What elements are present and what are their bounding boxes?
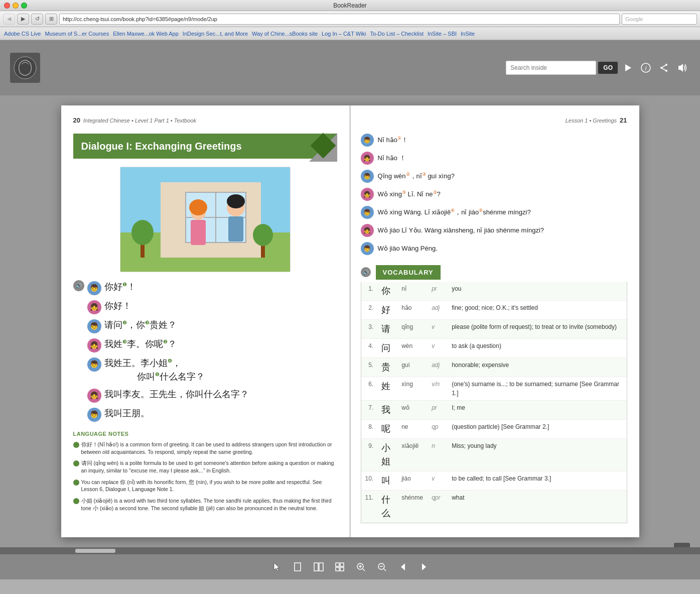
svg-marker-40 [401,563,405,570]
vocab-pinyin-9: xiǎojiě [397,439,428,471]
vocab-row-11: 11. 什么 shénme qpr what [361,491,627,523]
home-button[interactable]: ⊞ [45,14,57,25]
note-3: You can replace 你 (nǐ) with its honorifi… [73,479,337,493]
svg-rect-29 [336,563,339,566]
bookmark-way[interactable]: Way of Chine...sBooks site [252,31,318,37]
bookmark-ellen[interactable]: Ellen Maxwe...ok Web App [113,31,179,37]
rd-avatar-boy-2: 👦 [361,170,374,183]
dialogue-text-6: 我叫李友。王先生，你叫什么名字？ [104,388,249,401]
grid-view-button[interactable] [332,559,348,575]
vocab-num-9: 9. [361,439,378,471]
window-title: BookReader [333,2,367,9]
two-page-button[interactable] [311,559,327,575]
maximize-btn[interactable] [21,3,27,9]
nav-search-field[interactable]: Google [622,14,697,25]
vocab-pinyin-11: shénme [397,491,428,523]
book-area: 20 Integrated Chinese • Level 1 Part 1 •… [0,95,700,547]
pointer-tool-button[interactable] [268,559,285,575]
prev-page-button[interactable] [395,559,411,575]
bookmark-insite[interactable]: InSite [461,31,475,37]
svg-text:i: i [645,65,647,72]
dialogue-text-7: 我叫王朋。 [104,407,150,420]
single-page-button[interactable] [290,559,306,575]
vocab-def-6: (one's) surname is...; to be surnamed; s… [448,377,626,401]
bookmark-todo[interactable]: To-Do List – Checklist [370,31,424,37]
svg-marker-41 [422,563,426,570]
vocab-def-1: you [448,282,626,301]
page-right: Lesson 1 • Greetings 21 👦 Nǐ hǎo①！ 👧 Nǐ … [351,105,639,537]
vocab-char-10: 叫 [377,471,397,491]
svg-rect-17 [228,216,243,242]
vocab-pinyin-4: wèn [397,339,428,358]
next-page-button[interactable] [416,559,432,575]
svg-point-23 [131,220,154,245]
search-inside-input[interactable] [506,61,596,75]
reload-button[interactable]: ↺ [31,14,43,25]
vocab-num-2: 2. [361,301,378,320]
play-button[interactable] [620,60,636,76]
zoom-out-button[interactable] [374,559,390,575]
rd-avatar-girl-2: 👧 [361,188,374,201]
book-illustration [120,167,291,272]
page-num-left: 20 [73,115,80,126]
scroll-thumb[interactable] [75,549,115,553]
app-header: GO i [0,40,700,95]
vocab-def-9: Miss; young lady [448,439,626,471]
bookmark-login[interactable]: Log In – C&T Wiki [322,31,366,37]
rd-avatar-girl-1: 👧 [361,152,374,165]
vocab-num-4: 4. [361,339,378,358]
go-button[interactable]: GO [598,62,618,74]
vocab-pinyin-1: nǐ [397,282,428,301]
vocab-pos-2: adj [428,301,448,320]
bookmark-adobe[interactable]: Adobe CS Live [4,31,41,37]
dialogue-text-5: 我姓王。李小姐❹， 你叫❺什么名字？ [104,357,205,384]
vocab-row-9: 9. 小姐 xiǎojiě n Miss; young lady [361,439,627,471]
vocab-row-2: 2. 好 hǎo adj fine; good; nice; O.K.; it'… [361,301,627,320]
zoom-in-button[interactable] [353,559,369,575]
lesson-label: Lesson 1 • Greetings [566,116,617,125]
rd-line-6: 👧 Wǒ jiào Lǐ Yǒu. Wáng xiānsheng, nǐ jià… [361,224,627,237]
bottom-toolbar [0,554,700,579]
svg-point-18 [227,194,245,208]
page-left: 20 Integrated Chinese • Level 1 Part 1 •… [61,105,350,537]
vocabulary-section: 🔊 VOCABULARY 1. 你 nǐ pr you 2. 好 hǎo adj… [361,265,627,524]
language-notes-title: LANGUAGE NOTES [73,430,337,438]
vocab-pinyin-6: xìng [397,377,428,401]
svg-point-21 [189,199,207,215]
page-subtitle-left: Integrated Chinese • Level 1 Part 1 • Te… [83,116,196,125]
bookmark-museum[interactable]: Museum of S...er Courses [45,31,109,37]
titlebar: BookReader [0,0,700,11]
language-notes: LANGUAGE NOTES 你好！(Nǐ hǎo!) is a common … [73,430,337,516]
note-text-4: 小姐 (xiǎojiě) is a word with two third to… [81,497,337,512]
audio-icon-1[interactable]: 🔊 [73,280,84,291]
vocab-row-1: 1. 你 nǐ pr you [361,282,627,301]
vocab-num-8: 8. [361,420,378,439]
rd-line-1: 👦 Nǐ hǎo①！ [361,134,627,147]
vocab-pinyin-3: qǐng [397,320,428,339]
address-bar[interactable]: http://cc.cheng-tsui.com/book.php?id=638… [59,14,620,25]
rd-avatar-girl-3: 👧 [361,224,374,237]
svg-line-7 [661,65,666,68]
volume-button[interactable] [674,60,690,76]
info-button[interactable]: i [638,60,654,76]
svg-line-34 [363,569,365,571]
vocabulary-table: 1. 你 nǐ pr you 2. 好 hǎo adj fine; good; … [361,282,627,523]
dialogue-title-bar: Dialogue I: Exchanging Greetings [73,134,337,159]
rd-line-5: 👦 Wǒ xìng Wáng. Lǐ xiǎojiě④，nǐ jiào⑤shén… [361,206,627,219]
vocab-char-8: 呢 [377,420,397,439]
vocab-char-9: 小姐 [377,439,397,471]
vocab-row-8: 8. 呢 ne qp (question particle) [See Gram… [361,420,627,439]
share-button[interactable] [656,60,672,76]
vocab-pinyin-5: guì [397,358,428,377]
vocab-def-10: to be called; to call [See Grammar 3.] [448,471,626,491]
vocab-audio-icon[interactable]: 🔊 [361,267,371,277]
close-btn[interactable] [4,3,10,9]
avatar-girl-3: 👧 [87,389,101,403]
bookmark-indesign[interactable]: InDesign Sec...t, and More [183,31,248,37]
forward-button[interactable]: ▶ [17,14,29,25]
svg-marker-9 [678,64,683,72]
minimize-btn[interactable] [13,3,19,9]
avatar-boy-3: 👦 [87,358,101,372]
back-button[interactable]: ◀ [3,14,15,25]
bookmark-insite-sbi[interactable]: InSite – SBI [428,31,457,37]
